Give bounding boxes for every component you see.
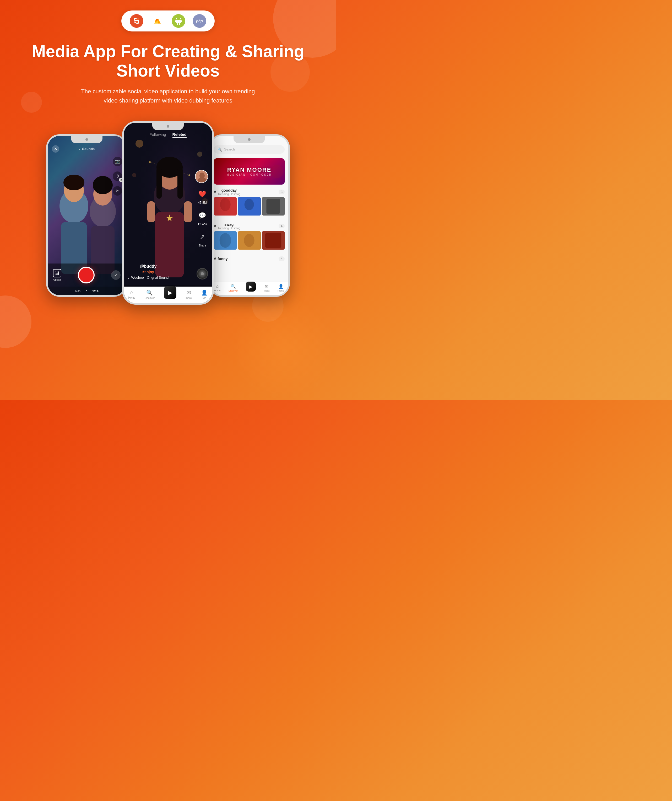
hashtag-swag-header: # swag Trending Hashtag 4 — [214, 222, 285, 230]
phone-screen-left: ✕ ♪ Sounds 📷 ⏱ — [48, 136, 126, 295]
phone-discover: 🔍 Search RYAN MOORE musician · composer — [209, 134, 290, 297]
upload-button[interactable]: 🖼 Upload — [53, 269, 61, 281]
svg-point-11 — [180, 18, 181, 19]
discover-search-bar[interactable]: 🔍 Search — [214, 145, 285, 154]
tab-following[interactable]: Following — [150, 132, 166, 138]
hashtag-swag-count: 4 — [279, 224, 285, 228]
svg-point-29 — [149, 161, 151, 163]
music-icon: ♪ — [79, 147, 81, 151]
music-note-icon: ♪ — [128, 275, 130, 280]
svg-point-58 — [244, 234, 254, 247]
hashtag-goodday-thumb-2[interactable] — [238, 197, 260, 216]
bg-wave — [231, 296, 336, 400]
svg-rect-3 — [181, 20, 182, 22]
hashtag-funny-section: # funny 4 — [214, 256, 285, 263]
svg-point-6 — [177, 21, 178, 21]
featured-banner[interactable]: RYAN MOORE musician · composer — [214, 158, 285, 185]
hero-subtitle: The customizable social video applicatio… — [76, 87, 260, 105]
tab-related[interactable]: Releted — [172, 132, 186, 138]
dnav-home-icon: ⌂ — [216, 284, 219, 289]
video-profile-avatar[interactable] — [195, 170, 208, 183]
svg-rect-42 — [184, 201, 192, 222]
phone-camera: ✕ ♪ Sounds 📷 ⏱ — [46, 134, 127, 297]
camera-close-button[interactable]: ✕ — [52, 145, 59, 153]
hashtag-goodday-left: # goodday Trending Hashtag — [214, 188, 240, 196]
dnav-record-button[interactable]: ▶ — [246, 281, 256, 291]
svg-point-26 — [132, 173, 136, 177]
close-icon: ✕ — [54, 146, 57, 151]
banner-artist-subtitle: musician · composer — [227, 173, 272, 176]
hashtag-swag-name: swag — [217, 222, 240, 227]
phone-video-feed: Following Releted ❤️ — [122, 121, 214, 305]
camera-record-row: 🖼 Upload ✓ — [48, 264, 126, 286]
html-badge — [130, 14, 143, 28]
camera-effect-button[interactable]: ✂ — [113, 186, 122, 196]
hashtag-goodday-grid — [214, 197, 285, 216]
video-hashtag[interactable]: #enjoy — [128, 270, 169, 274]
phone-screen-center: Following Releted ❤️ — [124, 123, 212, 303]
home-icon: ⌂ — [130, 290, 133, 296]
upload-icon: 🖼 — [53, 269, 61, 277]
discover-screen: 🔍 Search RYAN MOORE musician · composer — [210, 136, 288, 295]
discover-bottom-nav: ⌂ Home 🔍 Discover ▶ ✉ Inbox — [210, 281, 288, 295]
svg-text:php: php — [196, 19, 203, 23]
camera-timer-button[interactable]: ⏱ 3 — [113, 172, 122, 181]
hashtag-swag-thumb-3[interactable] — [262, 231, 285, 249]
svg-rect-5 — [179, 23, 180, 25]
video-sound-info: ♪ Woohoo - Orignal Sound — [128, 275, 169, 280]
camera-screen: ✕ ♪ Sounds 📷 ⏱ — [48, 136, 126, 295]
svg-point-50 — [220, 198, 231, 211]
android-badge — [172, 14, 185, 28]
hashtag-goodday-header: # goodday Trending Hashtag 3 — [214, 188, 285, 196]
hashtag-goodday-name: goodday — [217, 188, 240, 193]
video-info: @buddy #enjoy ♪ Woohoo - Orignal Sound — [128, 264, 169, 280]
dnav-discover-icon: 🔍 — [231, 284, 236, 289]
camera-sound-label[interactable]: ♪ Sounds — [79, 147, 95, 151]
dnav-inbox-icon: ✉ — [265, 284, 268, 289]
share-label: Share — [198, 244, 206, 247]
confirm-button[interactable]: ✓ — [111, 270, 121, 280]
spinning-disk — [196, 268, 208, 280]
hashtag-funny-count: 4 — [279, 256, 285, 261]
dnav-profile[interactable]: 👤 Profile — [278, 284, 285, 292]
timer-15s[interactable]: 15s — [92, 289, 98, 293]
dnav-inbox[interactable]: ✉ Inbox — [264, 284, 269, 292]
svg-rect-38 — [156, 167, 162, 199]
phone-notch-center — [152, 123, 184, 130]
like-action[interactable]: ❤️ 47.8M — [196, 188, 208, 204]
hashtag-goodday-thumb-1[interactable] — [214, 197, 237, 216]
heart-icon: ❤️ — [196, 188, 208, 200]
hashtag-goodday-thumb-3[interactable] — [262, 197, 285, 216]
camera-right-controls: 📷 ⏱ 3 ✂ — [113, 157, 122, 196]
hashtag-swag-thumb-2[interactable] — [238, 231, 260, 249]
phones-container: ✕ ♪ Sounds 📷 ⏱ — [16, 121, 320, 305]
dnav-profile-icon: 👤 — [278, 284, 284, 289]
nav-me[interactable]: 👤 Me — [201, 290, 207, 299]
phone-notch-left — [71, 136, 103, 143]
dnav-home[interactable]: ⌂ Home — [214, 284, 220, 292]
svg-point-52 — [244, 199, 254, 210]
nav-home[interactable]: ⌂ Home — [128, 290, 135, 299]
svg-rect-41 — [147, 201, 155, 222]
hero-section: php Media App For Creating & Sharing Sho… — [0, 0, 336, 305]
record-button[interactable] — [78, 267, 95, 283]
effect-icon: ✂ — [116, 188, 119, 193]
dnav-record-icon: ▶ — [249, 284, 252, 289]
hashtag-funny-header: # funny 4 — [214, 256, 285, 261]
search-placeholder-text: Search — [224, 147, 235, 151]
nav-record-button[interactable]: ▶ — [164, 286, 176, 299]
dnav-discover[interactable]: 🔍 Discover — [228, 284, 238, 292]
phone-notch-right — [233, 136, 265, 143]
svg-rect-60 — [265, 233, 281, 248]
hashtag-swag-thumb-1[interactable] — [214, 231, 237, 249]
nav-discover[interactable]: 🔍 Discover — [145, 290, 154, 299]
nav-inbox[interactable]: ✉ Inbox — [186, 290, 192, 299]
share-action[interactable]: ↗ Share — [196, 231, 208, 247]
comment-action[interactable]: 💬 12.4ok — [196, 210, 208, 226]
hero-title: Media App For Creating & Sharing Short V… — [16, 42, 320, 80]
svg-rect-39 — [177, 167, 183, 199]
camera-flip-button[interactable]: 📷 — [113, 157, 122, 166]
timer-60s[interactable]: 60s — [75, 289, 80, 293]
svg-point-48 — [270, 165, 283, 178]
camera-bottom-controls: 🖼 Upload ✓ 60s 15s — [48, 264, 126, 295]
